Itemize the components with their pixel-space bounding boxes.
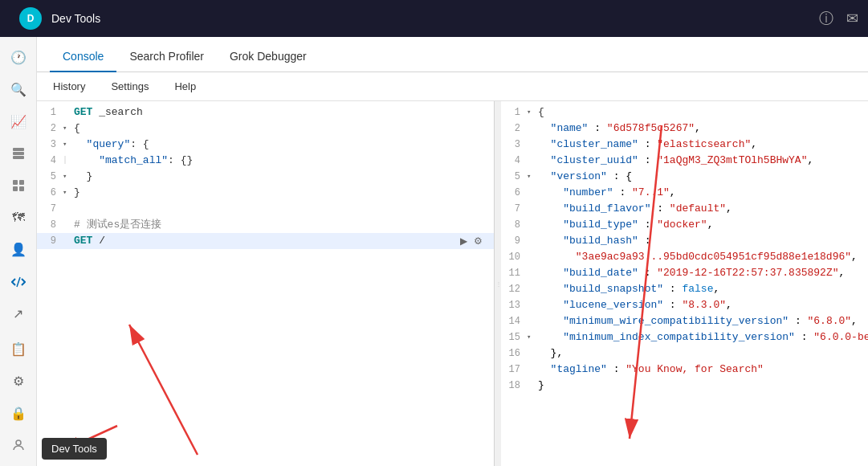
r-line-num-7: 7 [504,201,527,217]
right-editor-pane[interactable]: 1 ▾ { 2 "name" : "6d578f5c5267", 3 "clus… [501,101,868,466]
svg-rect-4 [19,180,24,185]
help-button[interactable]: Help [168,77,202,96]
r-line-8: 8 "build_type" : "docker", [501,217,868,233]
r-line-num-6: 6 [504,185,527,201]
line-content-9: GET / [74,233,458,249]
r-content-6: "number" : "7..1", [538,185,865,201]
line-arrow-4: | [63,153,74,169]
r-line-10: 10 "3ae9ac9a93...95bd0cdc054951cf95d88e1… [501,249,868,265]
tab-search-profiler[interactable]: Search Profiler [116,42,217,72]
r-content-13: "lucene_version" : "8.3.0", [538,297,865,313]
editor-area: 1 GET _search 2 ▾ { 3 ▾ "query": { [37,101,868,466]
r-line-2: 2 "name" : "6d578f5c5267", [501,121,868,137]
r-line-3: 3 "cluster_name" : "elasticsearch", [501,137,868,153]
history-button[interactable]: History [47,77,92,96]
nav-report-icon[interactable]: 📋 [4,335,33,364]
app-title: Dev Tools [51,12,809,25]
left-editor-pane[interactable]: 1 GET _search 2 ▾ { 3 ▾ "query": { [37,101,495,466]
line-num-4: 4 [40,153,63,169]
top-bar: D Dev Tools ⓘ ✉ [0,0,868,37]
line-arrow-5: ▾ [63,169,74,185]
nav-arrow-icon[interactable]: ↗ [4,300,33,329]
svg-line-10 [129,325,198,455]
r-line-13: 13 "lucene_version" : "8.3.0", [501,297,868,313]
r-line-11: 11 "build_date" : "2019-12-16T22:57:37.8… [501,265,868,281]
r-line-num-13: 13 [504,297,527,313]
main-panel: Console Search Profiler Grok Debugger Hi… [37,37,868,466]
svg-rect-2 [13,156,24,159]
copy-curl-button[interactable]: ⚙ [472,235,484,247]
drag-handle[interactable]: ⋮ [495,101,501,466]
nav-lock-icon[interactable]: 🔒 [4,399,33,427]
r-arrow-1: ▾ [527,104,538,121]
drag-dots-icon: ⋮ [495,280,501,288]
r-arrow-5: ▾ [527,169,538,185]
r-line-num-1: 1 [504,104,527,121]
r-line-4: 4 "cluster_uuid" : "1aQgM3_ZQ3mtTOlh5BHw… [501,153,868,169]
r-line-9: 9 "build_hash" : [501,233,868,249]
r-line-num-4: 4 [504,153,527,169]
nav-person-icon[interactable]: 👤 [4,235,33,264]
line-num-7: 7 [40,201,63,217]
nav-user-settings-icon[interactable] [4,431,33,460]
code-line-5: 5 ▾ } [37,169,494,185]
icon-nav: 🕐 🔍 📈 🗺 👤 ↗ 📋 ⚙ 🔒 [0,37,37,466]
nav-code-icon[interactable] [4,268,33,296]
r-content-18: } [538,378,865,394]
code-line-6: 6 ▾ } [37,185,494,201]
line-content-8: # 测试es是否连接 [74,217,491,233]
help-circle-icon[interactable]: ⓘ [819,9,833,28]
svg-line-7 [17,277,20,287]
tabs-bar: Console Search Profiler Grok Debugger [37,37,868,72]
r-line-7: 7 "build_flavor" : "default", [501,201,868,217]
mail-icon[interactable]: ✉ [846,10,858,27]
line-content-5: } [74,169,491,185]
nav-layers-icon[interactable] [4,140,33,169]
r-line-1: 1 ▾ { [501,104,868,121]
code-line-1: 1 GET _search [37,104,494,121]
code-line-7: 7 [37,201,494,217]
r-line-num-14: 14 [504,313,527,329]
nav-chart-icon[interactable]: 📈 [4,108,33,137]
r-content-17: "tagline" : "You Know, for Search" [538,362,865,378]
r-line-17: 17 "tagline" : "You Know, for Search" [501,362,868,378]
settings-button[interactable]: Settings [104,77,155,96]
line-num-8: 8 [40,217,63,233]
nav-search-icon[interactable]: 🔍 [4,76,33,104]
line-arrow-6: ▾ [63,185,74,201]
line-content-2: { [74,121,491,137]
line-num-1: 1 [40,104,63,121]
code-line-4: 4 | "match_all": {} [37,153,494,169]
svg-rect-0 [13,148,24,151]
line-arrow-2: ▾ [63,121,74,137]
nav-map-icon[interactable]: 🗺 [4,203,33,232]
tab-console[interactable]: Console [50,42,116,72]
line-content-1: GET _search [74,104,491,121]
r-content-12: "build_snapshot" : false, [538,281,865,297]
r-line-num-11: 11 [504,265,527,281]
r-line-6: 6 "number" : "7..1", [501,185,868,201]
tab-grok-debugger[interactable]: Grok Debugger [217,42,320,72]
r-arrow-15: ▾ [527,329,538,345]
line-actions: ▶ ⚙ [458,235,491,247]
r-line-num-12: 12 [504,281,527,297]
run-button[interactable]: ▶ [458,235,469,247]
r-content-10: "3ae9ac9a93...95bd0cdc054951cf95d88e1e18… [538,249,865,265]
r-content-2: "name" : "6d578f5c5267", [538,121,865,137]
content-area: 🕐 🔍 📈 🗺 👤 ↗ 📋 ⚙ 🔒 Console Search Profile… [0,37,868,466]
user-avatar[interactable]: D [19,7,42,30]
r-line-num-16: 16 [504,345,527,362]
r-line-num-2: 2 [504,121,527,137]
code-line-3: 3 ▾ "query": { [37,137,494,153]
r-line-num-10: 10 [504,249,527,265]
svg-rect-3 [13,180,18,185]
line-content-4: "match_all": {} [74,153,491,169]
nav-dashboard-icon[interactable] [4,171,33,200]
r-content-1: { [538,104,865,121]
svg-point-8 [16,440,21,445]
tooltip-label: Dev Tools [51,443,97,455]
line-num-6: 6 [40,185,63,201]
nav-settings-icon[interactable]: ⚙ [4,366,33,395]
r-line-num-9: 9 [504,233,527,249]
nav-clock-icon[interactable]: 🕐 [4,43,33,72]
